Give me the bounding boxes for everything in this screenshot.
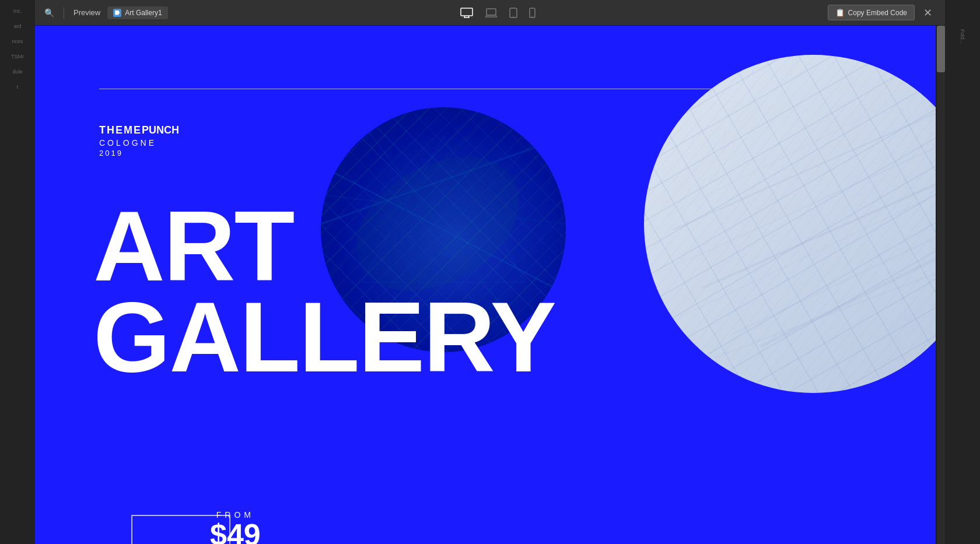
title-gallery: GALLERY bbox=[93, 292, 555, 382]
preview-frame: THEMEPUNCH COLOGNE 2019 ART GALLERY FROM… bbox=[35, 26, 936, 544]
mobile-icon[interactable] bbox=[529, 8, 536, 18]
right-sidebar-label: Fold... bbox=[960, 29, 965, 44]
left-sidebar-label-2: ard bbox=[12, 21, 22, 31]
brand-name: THEMEPUNCH bbox=[99, 124, 179, 137]
toolbar-left: 🔍 Preview Art Gallery1 bbox=[44, 6, 168, 19]
svg-point-9 bbox=[531, 16, 533, 17]
scrollbar-thumb[interactable] bbox=[937, 26, 945, 72]
copy-embed-label: Copy Embed Code bbox=[848, 9, 907, 17]
svg-point-7 bbox=[513, 16, 514, 17]
svg-rect-0 bbox=[461, 8, 473, 16]
left-sidebar: Inc. ard nces TSMr dule t bbox=[0, 0, 35, 544]
svg-line-10 bbox=[673, 113, 936, 230]
price-section: FROM $49 bbox=[210, 510, 261, 544]
toolbar: 🔍 Preview Art Gallery1 bbox=[35, 0, 945, 26]
title-art: ART bbox=[93, 201, 555, 292]
svg-line-14 bbox=[732, 218, 936, 335]
scrollbar-track[interactable] bbox=[937, 26, 945, 544]
preview-label: Preview bbox=[74, 8, 100, 17]
preview-area: THEMEPUNCH COLOGNE 2019 ART GALLERY FROM… bbox=[35, 26, 945, 544]
right-sidebar: Fold... bbox=[945, 0, 980, 544]
brand-text: THEMEPUNCH COLOGNE 2019 bbox=[99, 124, 179, 157]
search-icon[interactable]: 🔍 bbox=[44, 8, 54, 17]
brand-city: COLOGNE bbox=[99, 138, 179, 148]
desktop-large-icon[interactable] bbox=[460, 8, 473, 18]
toolbar-center bbox=[168, 8, 828, 18]
left-sidebar-label-4: TSMr bbox=[10, 51, 25, 62]
price-value: $49 bbox=[210, 520, 261, 544]
toolbar-separator bbox=[64, 7, 64, 19]
tablet-icon[interactable] bbox=[509, 8, 517, 18]
svg-line-12 bbox=[702, 171, 936, 288]
brush-strokes-svg bbox=[644, 55, 936, 393]
close-button[interactable]: ✕ bbox=[919, 5, 936, 21]
laptop-icon[interactable] bbox=[485, 8, 498, 17]
tab-label: Art Gallery1 bbox=[125, 9, 162, 17]
copy-embed-button[interactable]: 📋 Copy Embed Code bbox=[828, 5, 915, 20]
main-gallery-title: ART GALLERY bbox=[93, 201, 555, 383]
svg-rect-4 bbox=[487, 9, 496, 15]
white-circle-decoration bbox=[644, 55, 936, 393]
svg-line-17 bbox=[714, 265, 936, 358]
toolbar-right: 📋 Copy Embed Code ✕ bbox=[828, 5, 936, 21]
tab-art-gallery[interactable]: Art Gallery1 bbox=[107, 6, 167, 19]
brand-punch-text: PUNCH bbox=[142, 124, 179, 136]
left-sidebar-label-6: t bbox=[16, 82, 20, 92]
left-sidebar-label-1: Inc. bbox=[12, 6, 23, 16]
left-sidebar-label-3: nces bbox=[10, 36, 24, 47]
gallery-hero: THEMEPUNCH COLOGNE 2019 ART GALLERY FROM… bbox=[35, 26, 936, 544]
copy-icon: 📋 bbox=[835, 8, 845, 17]
svg-line-16 bbox=[662, 101, 895, 218]
brand-year: 2019 bbox=[99, 149, 179, 157]
tab-icon bbox=[113, 9, 121, 17]
left-sidebar-label-5: dule bbox=[11, 66, 23, 77]
brand-name-text: THEME bbox=[99, 124, 142, 136]
svg-line-13 bbox=[679, 201, 924, 317]
